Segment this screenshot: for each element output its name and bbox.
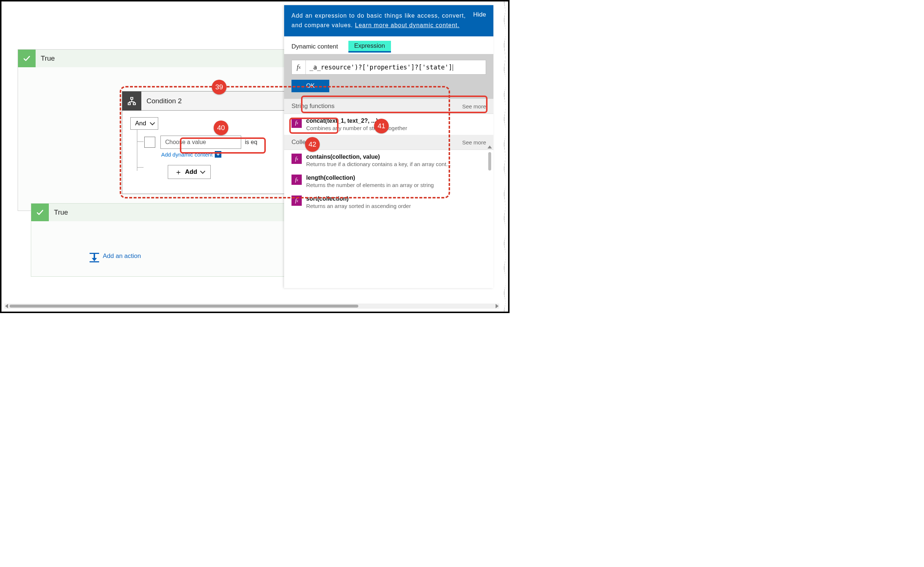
fx-badge-icon: fx xyxy=(291,196,302,206)
ok-button[interactable]: OK xyxy=(291,80,329,92)
text-cursor xyxy=(453,64,453,71)
scroll-up-arrow-icon xyxy=(488,146,492,149)
fx-badge-icon: fx xyxy=(291,117,302,128)
annotation-badge-42: 42 xyxy=(305,137,320,152)
designer-canvas: True True Add an action xyxy=(2,2,508,311)
add-dynamic-content-link[interactable]: Add dynamic content xyxy=(161,151,213,158)
flyout-header: Add an expression to do basic things lik… xyxy=(284,5,494,36)
learn-more-link[interactable]: Learn more about dynamic content. xyxy=(355,22,460,28)
logic-operator-label: And xyxy=(135,120,146,127)
fn-item-length[interactable]: fx length(collection) Returns the number… xyxy=(284,171,494,192)
scroll-right-arrow-icon xyxy=(496,304,498,308)
fn-item-concat[interactable]: fx concat(text_1, text_2?, ...) Combines… xyxy=(284,114,494,135)
tab-dynamic-content[interactable]: Dynamic content xyxy=(291,42,338,52)
fx-badge-icon: fx xyxy=(291,153,302,164)
true-branch-inner-label: True xyxy=(49,208,68,217)
condition-branch-icon xyxy=(122,92,141,111)
flyout-tabs: Dynamic content Expression xyxy=(284,36,494,54)
function-list: String functions See more fx concat(text… xyxy=(284,99,494,288)
see-more-link[interactable]: See more xyxy=(462,103,486,110)
flyout-scrollbar[interactable] xyxy=(487,144,492,284)
add-button-label: Add xyxy=(185,168,197,176)
annotation-badge-39: 39 xyxy=(212,80,226,95)
chevron-down-icon xyxy=(200,168,204,176)
checkmark-icon xyxy=(18,50,36,67)
comparison-operator[interactable]: is eq xyxy=(245,139,257,146)
insert-action-icon xyxy=(90,251,99,261)
chevron-down-icon xyxy=(150,120,153,127)
true-branch-label: True xyxy=(36,54,55,62)
expression-input[interactable]: _a_resource')?['properties']?['state'] xyxy=(306,62,486,73)
fn-group-string-functions[interactable]: String functions See more xyxy=(284,99,494,114)
choose-value-input[interactable]: Choose a value xyxy=(160,135,241,149)
annotation-badge-41: 41 xyxy=(374,119,389,133)
logic-operator-dropdown[interactable]: And xyxy=(130,117,158,130)
scroll-thumb[interactable] xyxy=(9,305,358,308)
condition-title: Condition 2 xyxy=(141,97,182,105)
hide-button[interactable]: Hide xyxy=(473,11,486,30)
scroll-thumb[interactable] xyxy=(488,152,491,170)
fn-item-sort[interactable]: fx sort(collection) Returns an array sor… xyxy=(284,192,494,213)
plus-icon[interactable]: + xyxy=(215,151,221,158)
annotation-badge-40: 40 xyxy=(214,120,228,135)
fx-badge-icon: fx xyxy=(291,174,302,185)
add-action-label: Add an action xyxy=(103,253,141,260)
fx-icon: fx xyxy=(292,60,306,74)
tab-expression[interactable]: Expression xyxy=(348,41,391,53)
torn-edge-decoration xyxy=(501,2,508,311)
scroll-left-arrow-icon xyxy=(5,304,8,308)
flyout-description: Add an expression to do basic things lik… xyxy=(291,11,466,30)
checkmark-icon xyxy=(31,204,49,221)
svg-rect-0 xyxy=(131,98,133,99)
canvas-horizontal-scrollbar[interactable] xyxy=(4,304,499,309)
expression-input-row: fx _a_resource')?['properties']?['state'… xyxy=(291,60,486,75)
row-checkbox[interactable] xyxy=(144,137,155,148)
add-condition-row-button[interactable]: ＋ Add xyxy=(168,165,211,179)
expression-editor-area: fx _a_resource')?['properties']?['state'… xyxy=(284,54,494,99)
fn-item-contains[interactable]: fx contains(collection, value) Returns t… xyxy=(284,150,494,171)
plus-icon: ＋ xyxy=(175,168,182,176)
svg-rect-1 xyxy=(128,103,130,105)
svg-rect-2 xyxy=(133,103,135,105)
see-more-link[interactable]: See more xyxy=(462,139,486,146)
add-action-button[interactable]: Add an action xyxy=(90,251,141,261)
